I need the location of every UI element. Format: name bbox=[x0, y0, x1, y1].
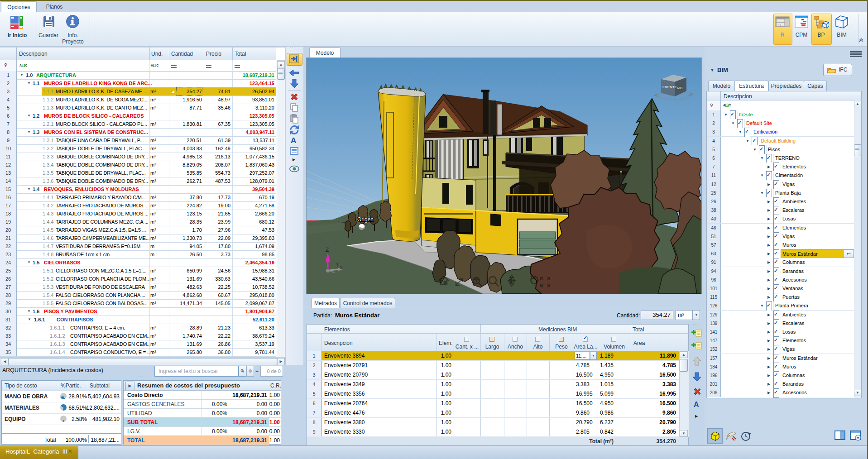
svg-text:Y: Y bbox=[336, 262, 339, 268]
svg-text:FRENTE: FRENTE bbox=[662, 85, 677, 89]
svg-text:Z: Z bbox=[326, 247, 329, 253]
svg-text:Origen: Origen bbox=[357, 216, 374, 223]
svg-text:I-03: I-03 bbox=[677, 86, 682, 90]
svg-text:↑↓: ↑↓ bbox=[778, 23, 782, 27]
svg-text:x: x bbox=[340, 264, 343, 270]
